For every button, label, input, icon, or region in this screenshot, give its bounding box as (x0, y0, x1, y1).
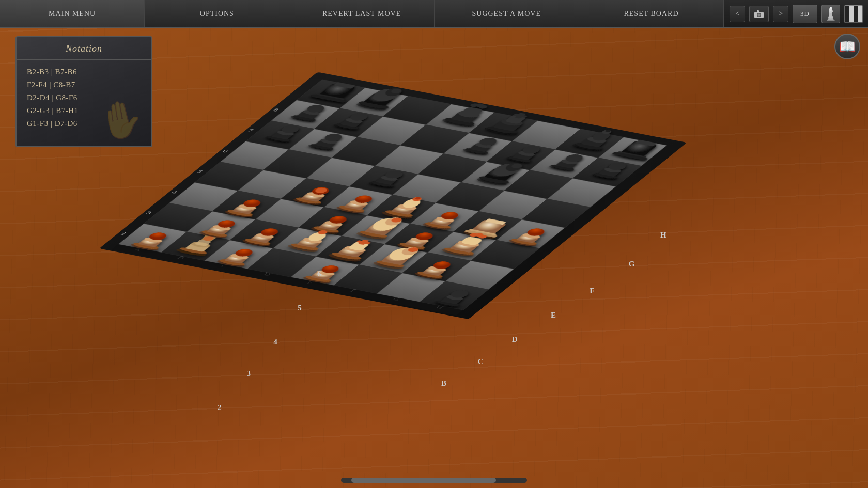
3d-mode-button[interactable]: 3D (793, 5, 817, 23)
label-2: 2 (218, 403, 222, 412)
label-5: 5 (298, 304, 302, 312)
svg-point-10 (830, 7, 832, 9)
notation-panel: Notation B2-B3 | B7-B6 F2-F4 | C8-B7 D2-… (16, 36, 152, 147)
main-menu-button[interactable]: Main Menu (0, 0, 145, 27)
label-F: F (590, 287, 594, 295)
suggest-button[interactable]: Suggest a Move (435, 0, 579, 27)
notation-title: Notation (17, 37, 151, 60)
board-mini-icon (845, 6, 862, 22)
book-button[interactable]: 📖 (834, 34, 860, 59)
label-B: B (441, 379, 446, 387)
camera-button[interactable] (749, 6, 769, 22)
board-style-button[interactable] (844, 5, 863, 23)
scroll-thumb (351, 478, 496, 483)
nav-next-button[interactable]: > (773, 6, 788, 22)
toolbar: Main Menu Options Revert Last Move Sugge… (0, 0, 868, 28)
notation-move-5: G1-F3 | D7-D6 (27, 119, 141, 128)
notation-move-3: D2-D4 | G8-F6 (27, 93, 141, 102)
notation-moves: B2-B3 | B7-B6 F2-F4 | C8-B7 D2-D4 | G8-F… (17, 60, 151, 136)
scrollbar[interactable] (341, 478, 527, 483)
label-6: 6 (317, 270, 321, 278)
label-C: C (478, 357, 484, 366)
label-H: H (660, 231, 667, 239)
piece-style-button[interactable] (822, 5, 840, 23)
svg-point-2 (758, 13, 761, 16)
label-D: D (512, 335, 518, 343)
label-E: E (551, 311, 556, 319)
reset-button[interactable]: Reset Board (579, 0, 724, 27)
toolbar-right: < > 3D (724, 0, 868, 27)
notation-move-2: F2-F4 | C8-B7 (27, 81, 141, 89)
options-button[interactable]: Options (145, 0, 289, 27)
svg-rect-5 (828, 18, 833, 20)
notation-move-1: B2-B3 | B7-B6 (27, 68, 141, 76)
label-3: 3 (246, 369, 251, 377)
svg-rect-3 (757, 10, 759, 12)
label-4: 4 (273, 338, 277, 346)
nav-prev-button[interactable]: < (730, 6, 745, 22)
revert-button[interactable]: Revert Last Move (289, 0, 434, 27)
label-G: G (629, 260, 635, 268)
notation-move-4: G2-G3 | B7-H1 (27, 106, 141, 115)
